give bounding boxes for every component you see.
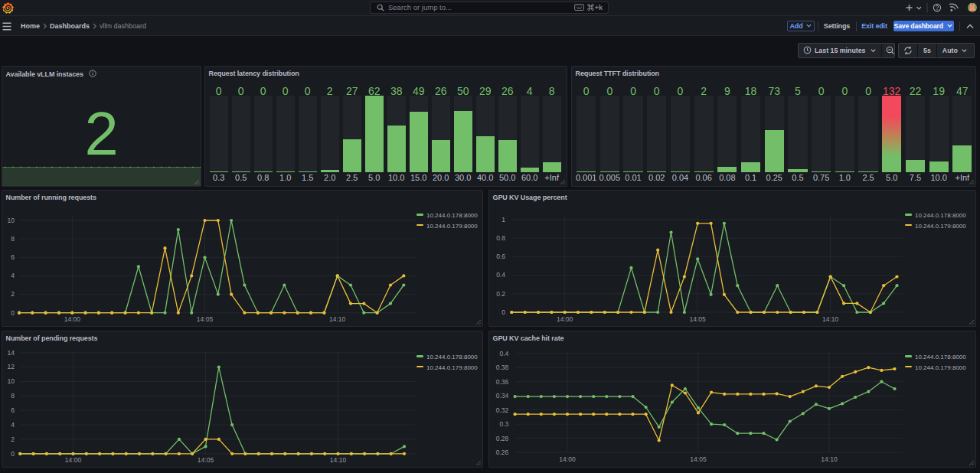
svg-text:14:00: 14:00 bbox=[557, 315, 573, 323]
svg-text:0.36: 0.36 bbox=[496, 378, 509, 386]
svg-text:0.26: 0.26 bbox=[496, 449, 509, 456]
svg-text:0: 0 bbox=[11, 450, 15, 458]
svg-text:4: 4 bbox=[11, 272, 15, 279]
svg-text:14:05: 14:05 bbox=[690, 455, 707, 463]
svg-text:10: 10 bbox=[8, 377, 15, 385]
svg-text:12: 12 bbox=[8, 363, 15, 370]
svg-text:8: 8 bbox=[11, 235, 15, 243]
svg-text:0: 0 bbox=[11, 309, 15, 317]
svg-text:14:00: 14:00 bbox=[65, 456, 82, 464]
svg-text:14:00: 14:00 bbox=[559, 455, 576, 463]
svg-text:2: 2 bbox=[11, 435, 15, 443]
svg-text:14:10: 14:10 bbox=[822, 315, 839, 323]
svg-text:4: 4 bbox=[11, 421, 15, 429]
svg-text:0.8: 0.8 bbox=[496, 234, 505, 242]
svg-text:14:10: 14:10 bbox=[330, 456, 347, 464]
svg-text:14:00: 14:00 bbox=[64, 315, 81, 323]
svg-text:0.2: 0.2 bbox=[496, 290, 505, 298]
svg-text:0.38: 0.38 bbox=[496, 364, 509, 371]
svg-text:0.4: 0.4 bbox=[496, 271, 505, 279]
svg-text:0.34: 0.34 bbox=[496, 392, 509, 400]
svg-text:10: 10 bbox=[8, 217, 15, 224]
svg-text:6: 6 bbox=[11, 406, 15, 414]
svg-text:14:10: 14:10 bbox=[329, 315, 346, 323]
svg-text:14:10: 14:10 bbox=[821, 455, 838, 463]
svg-text:14:05: 14:05 bbox=[198, 456, 214, 464]
svg-text:14: 14 bbox=[8, 349, 15, 357]
svg-text:14:05: 14:05 bbox=[690, 315, 707, 323]
svg-text:0.28: 0.28 bbox=[496, 435, 509, 442]
svg-text:6: 6 bbox=[11, 253, 15, 261]
svg-text:14:05: 14:05 bbox=[197, 315, 214, 323]
svg-text:0.32: 0.32 bbox=[496, 406, 509, 414]
svg-text:8: 8 bbox=[11, 392, 15, 400]
svg-text:0: 0 bbox=[501, 308, 505, 316]
svg-text:1: 1 bbox=[501, 216, 505, 223]
svg-text:0.6: 0.6 bbox=[496, 253, 505, 260]
svg-text:0.4: 0.4 bbox=[499, 350, 508, 357]
svg-text:2: 2 bbox=[11, 290, 15, 298]
svg-text:0.3: 0.3 bbox=[499, 420, 508, 428]
